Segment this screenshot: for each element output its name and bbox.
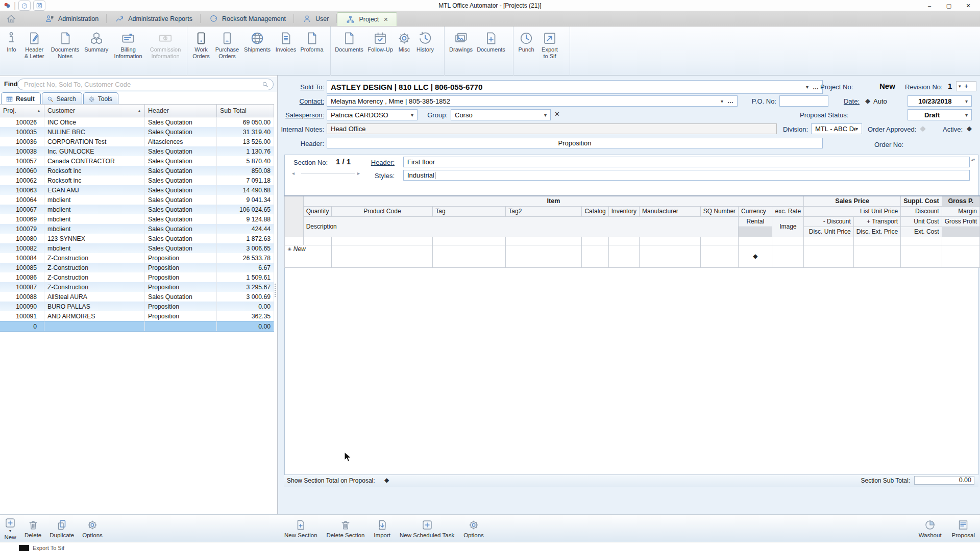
ribbon-button-misc[interactable]: Misc [395, 28, 413, 64]
grid-margin-header[interactable]: Margin [942, 206, 979, 216]
section-pager-track[interactable] [301, 173, 355, 173]
active-diamond-icon[interactable]: ◆ [967, 124, 972, 132]
grid-new-row-marker[interactable]: ✳ New [285, 245, 332, 267]
toolbar-button-options[interactable]: Options [82, 519, 103, 538]
ribbon-button-purchase[interactable]: PurchaseOrders [213, 28, 241, 64]
table-row[interactable]: 100060Rocksoft incSales Quotation850.08 [0, 166, 274, 176]
po-no-field[interactable] [779, 95, 828, 107]
grid-minus-discount-header[interactable]: - Discount [804, 216, 854, 227]
toolbar-button-new[interactable]: ▾New [4, 517, 16, 540]
division-dropdown[interactable]: MTL - ABC De... ▾ [811, 123, 862, 134]
grid-description-header[interactable]: Description [303, 216, 738, 237]
scrollbar-handle[interactable] [275, 284, 278, 297]
ribbon-button-punch[interactable]: Punch [516, 28, 537, 64]
ribbon-button-history[interactable]: History [413, 28, 437, 64]
ellipsis-button[interactable]: … [727, 97, 733, 105]
ribbon-button-shipments[interactable]: Shipments [241, 28, 273, 64]
grid-suppl-cost-header[interactable]: Suppl. Cost [901, 196, 942, 206]
grid-manufacturer-header[interactable]: Manufacturer [640, 206, 701, 216]
search-input[interactable] [17, 79, 274, 90]
sold-to-field[interactable]: ASTLEY DESIGN | 810 LLC | 806-055-6770 ▾… [327, 80, 823, 94]
prev-section-icon[interactable]: ◂ [292, 170, 295, 176]
table-row[interactable]: 100079mbclientSales Quotation424.44 [0, 224, 274, 234]
table-row[interactable]: 100069mbclientSales Quotation9 124.88 [0, 214, 274, 224]
toolbar-button-new-section[interactable]: New Section [284, 519, 317, 538]
tab-administrative-reports[interactable]: Administrative Reports [107, 11, 201, 26]
group-dropdown[interactable]: Corso ▾ [451, 109, 551, 120]
table-row[interactable]: 100026INC OfficeSales Quotation69 050.00 [0, 117, 274, 127]
grid-unit-cost-header[interactable]: Unit Cost [901, 216, 942, 227]
ribbon-button-info[interactable]: Info [2, 28, 21, 64]
tab-administration[interactable]: Administration [37, 11, 107, 26]
table-row[interactable]: 100035NULINE BRCSales Quotation31 319.40 [0, 127, 274, 137]
grid-disc-ext-price-header[interactable]: Disc. Ext. Price [853, 227, 900, 237]
column-header-sub-total[interactable]: Sub Total [217, 105, 274, 117]
chevron-down-icon[interactable]: ▾ [806, 84, 808, 90]
column-header-customer[interactable]: Customer▲ [44, 105, 145, 117]
grid-rental-header[interactable]: Rental [739, 216, 772, 227]
date-auto-diamond-icon[interactable]: ◆ [865, 97, 870, 105]
toolbar-button-duplicate[interactable]: Duplicate [50, 519, 74, 538]
tab-rocksoft-management[interactable]: Rocksoft Management [201, 11, 294, 26]
left-tab-tools[interactable]: Tools [83, 92, 118, 104]
ribbon-button-drawings[interactable]: Drawings [447, 28, 475, 64]
grid-catalog-header[interactable]: Catalog [582, 206, 608, 216]
tab-close-icon[interactable]: ✕ [383, 16, 388, 23]
grid-exc-rate-header[interactable]: exc. Rate [772, 206, 804, 216]
toolbar-button-import[interactable]: Import [374, 519, 390, 538]
ribbon-button-documents[interactable]: Documents [475, 28, 507, 64]
table-row[interactable]: 100067mbclientSales Quotation106 024.65 [0, 205, 274, 214]
table-row[interactable]: 100084Z-ConstructionProposition26 533.78 [0, 253, 274, 263]
table-row[interactable]: 100062Rocksoft incSales Quotation7 091.1… [0, 176, 274, 185]
minimize-button[interactable]: – [920, 0, 939, 11]
section-styles-field[interactable]: Industrial [403, 170, 970, 181]
table-row[interactable]: 100085Z-ConstructionProposition6.67 [0, 263, 274, 272]
order-approved-diamond-icon[interactable]: ◆ [920, 124, 925, 132]
grid-currency-header[interactable]: Currency [739, 206, 772, 216]
grid-disc-unit-price-header[interactable]: Disc. Unit Price [804, 227, 854, 237]
grid-quantity-header[interactable]: Quantity [303, 206, 332, 216]
table-row[interactable]: 100091AND ARMOIRESProposition362.35 [0, 311, 274, 321]
column-header-proj-[interactable]: Proj.▲ [0, 105, 44, 117]
grid-inventory-header[interactable]: Inventory [608, 206, 639, 216]
table-row[interactable]: 100082mbclientSales Quotation3 006.65 [0, 243, 274, 253]
toolbar-button-proposal[interactable]: Proposal [952, 519, 975, 538]
grid-list-unit-price-header[interactable]: List Unit Price [804, 206, 901, 216]
toolbar-button-delete[interactable]: Delete [24, 519, 41, 538]
show-total-diamond-icon[interactable]: ◆ [384, 477, 389, 484]
ribbon-button-header[interactable]: Header& Letter [21, 28, 48, 64]
ribbon-button-work[interactable]: WorkOrders [189, 28, 213, 64]
chevron-down-icon[interactable]: ▾ [721, 98, 723, 104]
maximize-button[interactable]: ▢ [939, 0, 959, 11]
grid-image-header[interactable]: Image [772, 216, 804, 237]
grid-plus-transport-header[interactable]: + Transport [853, 216, 900, 227]
proposal-status-dropdown[interactable]: Draft ▾ [908, 109, 972, 120]
table-row[interactable]: 100090BURO PALLASProposition0.00 [0, 302, 274, 311]
table-row[interactable]: 100038Inc. GUNLOCKESales Quotation1 130.… [0, 146, 274, 156]
grid-product-code-header[interactable]: Product Code [332, 206, 433, 216]
tab-user[interactable]: User [294, 11, 337, 26]
ribbon-button-export[interactable]: Exportto Sif [537, 28, 562, 64]
section-header-field[interactable]: First floor [403, 157, 970, 167]
tab-project[interactable]: Project✕ [337, 12, 397, 26]
grid-item-header[interactable]: Item [303, 196, 803, 206]
grid-tag2-header[interactable]: Tag2 [506, 206, 582, 216]
column-header-header[interactable]: Header [145, 105, 217, 117]
close-button[interactable]: ✕ [959, 0, 978, 11]
grid-sq-number-header[interactable]: SQ Number [700, 206, 738, 216]
table-row[interactable]: 100036CORPORATION TestAltasciences13 526… [0, 137, 274, 146]
toolbar-button-new-scheduled-task[interactable]: New Scheduled Task [400, 519, 454, 538]
grid-discount-header[interactable]: Discount [901, 206, 942, 216]
toolbar-button-delete-section[interactable]: Delete Section [327, 519, 365, 538]
ellipsis-button[interactable]: … [813, 84, 819, 91]
search-icon[interactable] [261, 81, 269, 88]
table-row[interactable]: 100057Canada CONTRACTORSales Quotation5 … [0, 156, 274, 166]
table-row[interactable]: 100088AllSteal AURASales Quotation3 000.… [0, 292, 274, 302]
grid-gross-p-header[interactable]: Gross P. [942, 196, 979, 206]
grid-sales-price-header[interactable]: Sales Price [804, 196, 901, 206]
table-row[interactable]: 100063EGAN AMJSales Quotation14 490.68 [0, 185, 274, 195]
new-row-diamond-icon[interactable]: ◆ [739, 245, 772, 267]
left-tab-result[interactable]: Result [1, 92, 41, 104]
ribbon-button-invoices[interactable]: Invoices [273, 28, 299, 64]
contact-field[interactable]: Melayna Morency , Mme | 805-385-1852 ▾ … [327, 95, 738, 107]
